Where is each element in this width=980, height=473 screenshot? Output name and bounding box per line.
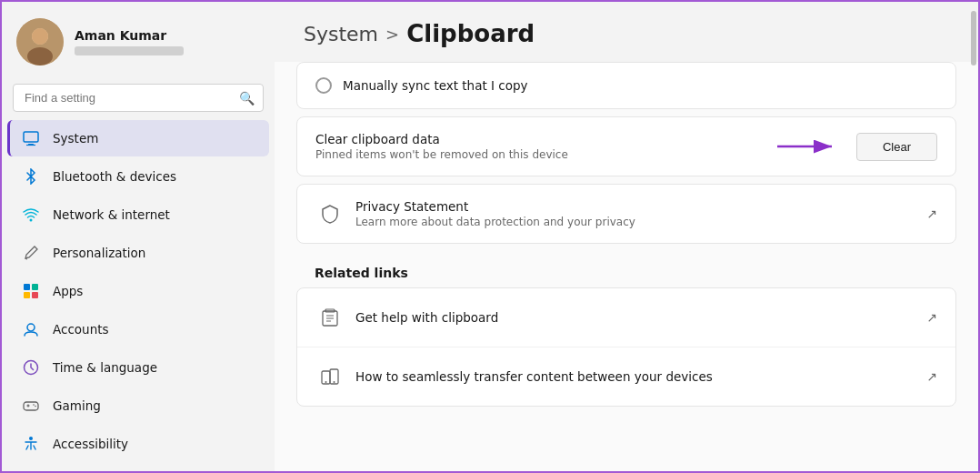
svg-rect-9 — [32, 284, 38, 290]
sidebar-item-network[interactable]: Network & internet — [7, 196, 269, 233]
brush-icon — [22, 244, 40, 262]
sidebar-label-time: Time & language — [53, 360, 157, 375]
user-email-blurred — [75, 46, 184, 55]
sidebar: Aman Kumar 🔍 System — [2, 2, 275, 471]
page-title: Clipboard — [406, 20, 535, 47]
related-link-2-label: How to seamlessly transfer content betwe… — [355, 369, 915, 384]
privacy-title: Privacy Statement — [355, 199, 915, 214]
breadcrumb: System > Clipboard — [304, 20, 949, 47]
sidebar-item-bluetooth[interactable]: Bluetooth & devices — [7, 158, 269, 195]
avatar — [16, 18, 64, 65]
scrollbar-track[interactable] — [969, 2, 978, 471]
related-links-label: Related links — [296, 251, 956, 287]
sync-radio[interactable] — [315, 77, 332, 94]
sidebar-label-personalization: Personalization — [53, 246, 145, 260]
sidebar-label-accessibility: Accessibility — [53, 437, 128, 451]
svg-point-7 — [30, 219, 33, 222]
privacy-row[interactable]: Privacy Statement Learn more about data … — [297, 185, 955, 243]
sync-row: Manually sync text that I copy — [296, 62, 956, 109]
arrow-annotation — [773, 133, 845, 160]
page-header: System > Clipboard — [275, 2, 978, 62]
related-link-1-label: Get help with clipboard — [355, 310, 915, 325]
network-icon — [22, 206, 40, 224]
svg-point-2 — [27, 47, 53, 65]
sidebar-item-system[interactable]: System — [7, 120, 269, 156]
sidebar-label-system: System — [53, 131, 98, 146]
svg-point-18 — [35, 406, 36, 408]
user-section: Aman Kumar — [2, 9, 275, 80]
related-link-row-2[interactable]: How to seamlessly transfer content betwe… — [297, 347, 955, 406]
search-input[interactable] — [13, 84, 264, 112]
sidebar-item-personalization[interactable]: Personalization — [7, 235, 269, 271]
sidebar-label-accounts: Accounts — [53, 322, 109, 337]
sidebar-item-apps[interactable]: Apps — [7, 273, 269, 309]
breadcrumb-parent: System — [304, 23, 378, 45]
external-link-icon-3: ↗ — [926, 369, 937, 384]
bluetooth-icon — [22, 167, 40, 186]
breadcrumb-separator: > — [385, 25, 399, 44]
apps-icon — [22, 282, 40, 300]
sidebar-label-apps: Apps — [53, 284, 83, 298]
sidebar-item-accounts[interactable]: Accounts — [7, 311, 269, 347]
svg-point-28 — [325, 381, 327, 383]
svg-point-19 — [29, 437, 33, 440]
svg-rect-8 — [24, 284, 30, 290]
sidebar-item-accessibility[interactable]: Accessibility — [7, 426, 269, 462]
shield-icon — [315, 199, 345, 228]
clear-clipboard-subtitle: Pinned items won't be removed on this de… — [315, 148, 762, 161]
related-link-1-text: Get help with clipboard — [355, 310, 915, 325]
sidebar-item-time[interactable]: Time & language — [7, 349, 269, 386]
sidebar-label-bluetooth: Bluetooth & devices — [53, 169, 176, 184]
clipboard-help-icon — [315, 303, 345, 332]
user-info: Aman Kumar — [75, 28, 184, 55]
content-body: Manually sync text that I copy Clear cli… — [275, 62, 978, 436]
svg-point-12 — [27, 324, 35, 331]
related-links-card: Get help with clipboard ↗ How — [296, 287, 956, 407]
scrollbar-thumb[interactable] — [971, 11, 976, 65]
external-link-icon-2: ↗ — [926, 310, 937, 325]
accessibility-icon — [22, 435, 40, 453]
search-icon: 🔍 — [239, 91, 255, 106]
svg-rect-10 — [24, 292, 30, 298]
user-name: Aman Kumar — [75, 28, 184, 43]
arrow-svg — [773, 133, 845, 160]
sidebar-item-gaming[interactable]: Gaming — [7, 387, 269, 424]
clear-clipboard-text: Clear clipboard data Pinned items won't … — [315, 132, 762, 161]
clear-clipboard-title: Clear clipboard data — [315, 132, 762, 146]
privacy-card: Privacy Statement Learn more about data … — [296, 184, 956, 244]
svg-point-3 — [32, 28, 48, 45]
main-content: System > Clipboard Manually sync text th… — [275, 2, 978, 471]
sidebar-label-network: Network & internet — [53, 207, 170, 222]
transfer-icon — [315, 362, 345, 391]
gaming-icon — [22, 397, 40, 415]
external-link-icon: ↗ — [926, 206, 937, 221]
privacy-subtitle: Learn more about data protection and you… — [355, 216, 915, 228]
svg-rect-11 — [32, 292, 38, 298]
clear-clipboard-card: Clear clipboard data Pinned items won't … — [296, 116, 956, 176]
related-link-row-1[interactable]: Get help with clipboard ↗ — [297, 288, 955, 347]
svg-point-17 — [33, 404, 35, 406]
svg-rect-4 — [24, 132, 38, 142]
search-box[interactable]: 🔍 — [13, 84, 264, 112]
clear-clipboard-row: Clear clipboard data Pinned items won't … — [297, 117, 955, 176]
privacy-text: Privacy Statement Learn more about data … — [355, 199, 915, 228]
related-link-2-text: How to seamlessly transfer content betwe… — [355, 369, 915, 384]
account-icon — [22, 320, 40, 338]
monitor-icon — [22, 129, 40, 147]
sync-label: Manually sync text that I copy — [343, 78, 528, 93]
svg-point-29 — [334, 381, 335, 383]
time-icon — [22, 358, 40, 377]
sidebar-label-gaming: Gaming — [53, 398, 101, 413]
clear-button[interactable]: Clear — [856, 133, 937, 161]
